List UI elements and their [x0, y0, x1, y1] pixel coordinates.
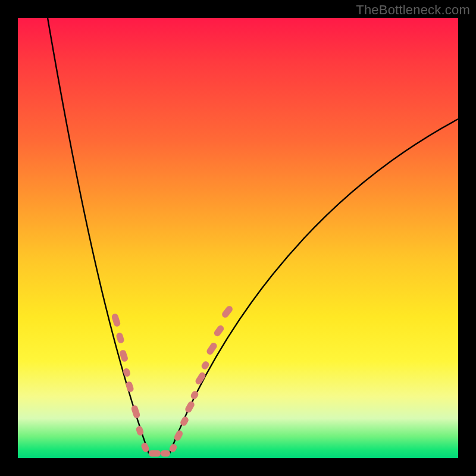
marker-pill — [111, 313, 121, 327]
marker-pill — [130, 405, 140, 419]
marker-pill — [205, 342, 218, 356]
curve-layer — [18, 18, 458, 458]
watermark-text: TheBottleneck.com — [356, 2, 470, 18]
marker-pill — [115, 332, 125, 345]
curve-right-branch — [149, 119, 458, 453]
bottleneck-curve — [48, 18, 458, 453]
marker-pill — [184, 400, 196, 414]
plot-area — [18, 18, 458, 458]
marker-pill — [195, 371, 207, 386]
marker-pill — [149, 450, 161, 457]
chart-frame: TheBottleneck.com — [0, 0, 476, 476]
marker-pill — [221, 305, 234, 319]
marker-pill — [213, 324, 226, 338]
marker-group — [111, 305, 234, 457]
marker-pill — [161, 450, 170, 457]
curve-left-branch — [48, 18, 149, 453]
